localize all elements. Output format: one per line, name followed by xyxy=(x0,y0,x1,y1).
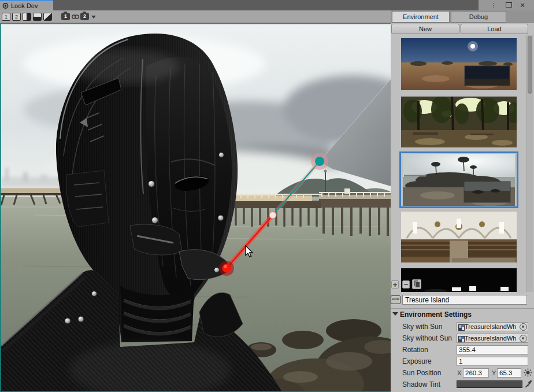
sun-y-field[interactable]: 65.3 xyxy=(497,368,521,378)
shadow-tint-label: Shadow Tint xyxy=(402,380,440,389)
single-view2-button[interactable]: 2 xyxy=(12,13,21,21)
lookdev-tab[interactable]: Look Dev xyxy=(0,0,53,10)
sky-with-sun-field[interactable]: TreasureIslandWh xyxy=(457,322,528,331)
sky-without-sun-label: Sky without Sun xyxy=(402,334,452,342)
camera-dropdown-icon[interactable] xyxy=(91,16,96,19)
gizmo-handle-view1[interactable] xyxy=(315,157,324,166)
window-title: Look Dev xyxy=(11,2,38,9)
close-icon[interactable]: ✕ xyxy=(517,0,528,10)
sun-x-field[interactable]: 260.3 xyxy=(463,368,489,378)
exposure-label: Exposure xyxy=(402,357,432,365)
sky-with-sun-label: Sky with Sun xyxy=(402,323,442,331)
rotation-label: Rotation xyxy=(402,346,428,354)
remove-environment-button[interactable]: − xyxy=(402,280,410,289)
load-button[interactable]: Load xyxy=(461,24,528,34)
environment-thumbnail-desert[interactable] xyxy=(401,38,517,90)
texture-icon xyxy=(458,336,465,342)
separator xyxy=(391,308,534,309)
sun-x-label: X xyxy=(457,369,461,376)
environment-thumbnail-church[interactable] xyxy=(401,212,517,262)
environment-name-field[interactable]: Tresure Island xyxy=(402,295,527,305)
gizmo-handle-view2[interactable] xyxy=(222,264,231,273)
sun-position-label: Sun Position xyxy=(402,369,441,377)
top-bottom-split-icon[interactable] xyxy=(33,13,42,21)
exposure-field[interactable]: 1 xyxy=(457,357,528,366)
tab-debug[interactable]: Debug xyxy=(451,11,506,23)
environment-thumbnail-treasure-island[interactable] xyxy=(403,154,515,206)
title-bar: Look Dev ⋮ ✕ xyxy=(0,0,534,10)
rotation-field[interactable]: 355.4 xyxy=(457,345,528,354)
object-picker-icon[interactable] xyxy=(520,323,527,331)
texture-icon xyxy=(458,324,465,331)
lookdev-toolbar: 1 2 1 2 xyxy=(0,10,391,23)
tab-environment[interactable]: Environment xyxy=(392,11,450,23)
sky-without-sun-field[interactable]: TreasureIslandWh xyxy=(457,334,528,343)
object-picker-icon[interactable] xyxy=(520,335,527,342)
foldout-arrow-icon[interactable] xyxy=(392,312,398,316)
sun-y-label: Y xyxy=(492,369,496,376)
camera2-button[interactable]: 2 xyxy=(80,13,89,20)
hdr-badge: HDR xyxy=(391,295,400,304)
environment-settings-header[interactable]: Environment Settings xyxy=(400,310,472,319)
add-environment-button[interactable]: + xyxy=(391,280,399,289)
eye-icon xyxy=(2,3,9,9)
environment-thumbnail-forest[interactable] xyxy=(401,97,517,147)
diagonal-split-icon[interactable] xyxy=(43,13,52,21)
eyedropper-icon[interactable] xyxy=(524,380,532,388)
gizmo-handle-center[interactable] xyxy=(269,212,276,219)
sun-icon[interactable] xyxy=(524,368,532,377)
maximize-icon[interactable] xyxy=(506,2,512,8)
single-view1-button[interactable]: 1 xyxy=(2,13,10,21)
scrollbar-thumb[interactable] xyxy=(528,36,532,94)
camera1-button[interactable]: 1 xyxy=(61,13,70,20)
shadow-tint-swatch[interactable] xyxy=(457,380,522,388)
duplicate-icon xyxy=(413,280,421,288)
new-button[interactable]: New xyxy=(391,24,459,34)
side-by-side-split-icon[interactable] xyxy=(23,13,31,21)
lookdev-viewport[interactable] xyxy=(0,23,391,392)
duplicate-environment-button[interactable] xyxy=(412,279,421,289)
link-cameras-icon[interactable] xyxy=(72,14,79,20)
window-menu-icon[interactable]: ⋮ xyxy=(488,0,499,10)
right-panel-tabs: Environment Debug xyxy=(391,10,534,23)
